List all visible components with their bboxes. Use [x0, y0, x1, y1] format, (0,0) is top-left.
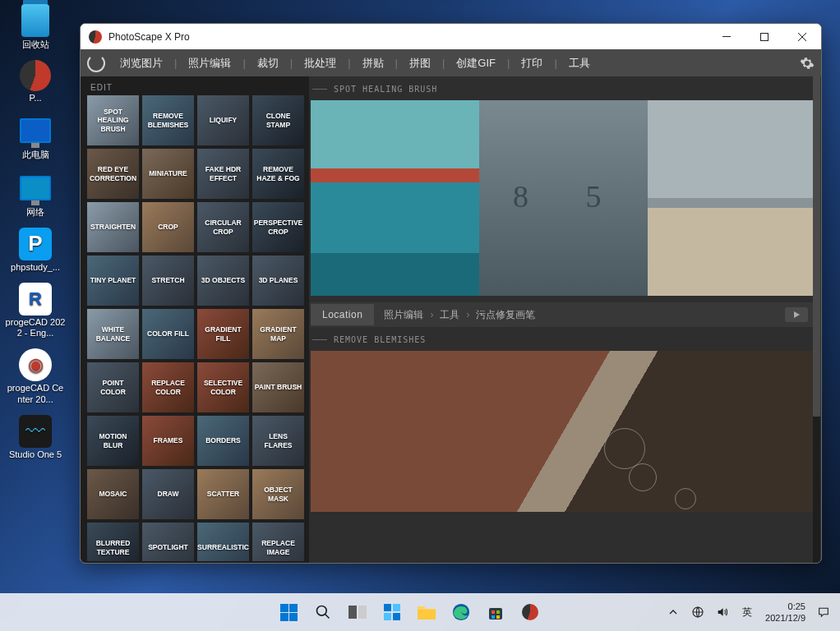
tool-tile-lens-flares[interactable]: LENS FLARES — [252, 416, 304, 466]
maximize-button[interactable] — [745, 24, 783, 49]
svg-point-2 — [317, 606, 327, 616]
tile-label: LIQUIFY — [208, 114, 239, 126]
play-button[interactable] — [785, 307, 808, 322]
crumb-1[interactable]: 照片编辑 — [384, 308, 423, 322]
tray-expand-icon[interactable] — [663, 596, 683, 629]
tile-label: 3D OBJECTS — [200, 274, 247, 286]
tile-label: MINIATURE — [147, 168, 189, 179]
tab-print[interactable]: 打印 — [518, 56, 546, 71]
tool-tile-perspective-crop[interactable]: PERSPECTIVE CROP — [252, 202, 304, 252]
desktop-icon-progecadcenter[interactable]: ◉progeCAD Center 20... — [5, 348, 66, 404]
close-button[interactable] — [783, 24, 821, 49]
toolbar-logo-icon[interactable] — [87, 54, 105, 72]
section-header-remove: REMOVE BLEMISHES — [312, 335, 816, 344]
tool-tile-selective-color[interactable]: SELECTIVE COLOR — [197, 362, 249, 412]
svg-rect-13 — [496, 610, 500, 614]
tool-tile-remove-haze-fog[interactable]: REMOVE HAZE & FOG — [252, 149, 304, 199]
tool-tile-remove-blemishes[interactable]: REMOVE BLEMISHES — [142, 95, 194, 145]
tool-tile-tiny-planet[interactable]: TINY PLANET — [87, 256, 139, 306]
start-button[interactable] — [272, 596, 305, 629]
tool-tile-object-mask[interactable]: OBJECT MASK — [252, 469, 304, 519]
desktop-icon-p[interactable]: P... — [5, 60, 66, 104]
tool-tile-paint-brush[interactable]: PAINT BRUSH — [252, 362, 304, 412]
svg-rect-4 — [358, 606, 367, 619]
settings-button[interactable] — [800, 56, 815, 71]
tab-collage[interactable]: 拼贴 — [359, 56, 387, 71]
volume-icon[interactable] — [713, 596, 732, 629]
tool-tile-gradient-fill[interactable]: GRADIENT FILL — [197, 309, 249, 359]
tool-tile-borders[interactable]: BORDERS — [197, 416, 249, 466]
tab-edit[interactable]: 照片编辑 — [185, 56, 234, 71]
tool-tile-3d-planes[interactable]: 3D PLANES — [252, 256, 304, 306]
tool-tile-mosaic[interactable]: MOSAIC — [87, 469, 139, 519]
taskview-button[interactable] — [341, 596, 374, 629]
preview-image-blemish[interactable] — [311, 351, 816, 512]
tool-tile-draw[interactable]: DRAW — [142, 469, 194, 519]
tool-tile-replace-color[interactable]: REPLACE COLOR — [142, 362, 194, 412]
tool-tile-3d-objects[interactable]: 3D OBJECTS — [197, 256, 249, 306]
tile-label: REMOVE BLEMISHES — [142, 110, 194, 130]
svg-rect-7 — [384, 613, 391, 620]
tile-label: 3D PLANES — [257, 274, 300, 286]
tool-tile-circular-crop[interactable]: CIRCULAR CROP — [197, 202, 249, 252]
tile-label: BLURRED TEXTURE — [87, 537, 139, 557]
edge-button[interactable] — [445, 596, 478, 629]
tool-tile-gradient-map[interactable]: GRADIENT MAP — [252, 309, 304, 359]
search-button[interactable] — [307, 596, 339, 629]
desktop-icon-recycle[interactable]: 回收站 — [5, 3, 66, 50]
tab-gif[interactable]: 创建GIF — [453, 56, 499, 71]
tab-cut[interactable]: 裁切 — [254, 56, 282, 71]
crumb-2[interactable]: 工具 — [440, 308, 459, 322]
ime-label[interactable]: 英 — [737, 596, 757, 629]
tab-tools[interactable]: 工具 — [565, 56, 593, 71]
tool-tile-replace-image[interactable]: REPLACE IMAGE — [252, 523, 304, 561]
tile-label: SURREALISTIC — [197, 541, 249, 553]
tool-tile-fake-hdr-effect[interactable]: FAKE HDR EFFECT — [197, 149, 249, 199]
tool-tile-clone-stamp[interactable]: CLONE STAMP — [252, 95, 304, 145]
minimize-button[interactable] — [708, 24, 745, 49]
tool-tile-motion-blur[interactable]: MOTION BLUR — [87, 416, 139, 466]
tools-grid: SPOT HEALING BRUSHREMOVE BLEMISHESLIQUIF… — [87, 95, 309, 561]
tool-tile-white-balance[interactable]: WHITE BALANCE — [87, 309, 139, 359]
tool-tile-blurred-texture[interactable]: BLURRED TEXTURE — [87, 523, 139, 561]
svg-rect-0 — [722, 36, 731, 37]
desktop-icon-network[interactable]: 网络 — [5, 171, 66, 218]
photoscape-taskbar-icon[interactable] — [514, 596, 547, 629]
titlebar[interactable]: PhotoScape X Pro — [81, 24, 821, 49]
vertical-scrollbar[interactable] — [813, 76, 820, 563]
tab-combine[interactable]: 拼图 — [406, 56, 434, 71]
tile-label: MOTION BLUR — [87, 431, 139, 450]
desktop-icon-progecad[interactable]: RprogeCAD 2022 - Eng... — [5, 283, 66, 339]
tab-batch[interactable]: 批处理 — [301, 56, 339, 71]
desktop-icon-phpstudy[interactable]: Pphpstudy_... — [5, 228, 66, 273]
preview-image-spot[interactable] — [311, 100, 816, 296]
tile-label: DRAW — [156, 488, 181, 500]
notifications-icon[interactable] — [814, 596, 833, 629]
widgets-button[interactable] — [376, 596, 408, 629]
tool-tile-miniature[interactable]: MINIATURE — [142, 149, 194, 199]
tool-tile-color-fill[interactable]: COLOR FILL — [142, 309, 194, 359]
tool-tile-crop[interactable]: CROP — [142, 202, 194, 252]
tile-label: CLONE STAMP — [252, 110, 304, 130]
edit-section-label: EDIT — [87, 80, 309, 95]
main-toolbar: 浏览图片| 照片编辑| 裁切| 批处理| 拼贴| 拼图| 创建GIF| 打印| … — [81, 49, 821, 76]
tool-tile-spotlight[interactable]: SPOTLIGHT — [142, 523, 194, 561]
clock[interactable]: 0:25 2021/12/9 — [762, 601, 809, 624]
tool-tile-point-color[interactable]: POINT COLOR — [87, 362, 139, 412]
desktop-icon-thispc[interactable]: 此电脑 — [5, 113, 66, 160]
tool-tile-surrealistic[interactable]: SURREALISTIC — [197, 523, 249, 561]
tool-tile-scatter[interactable]: SCATTER — [197, 469, 249, 519]
tab-browse[interactable]: 浏览图片 — [117, 56, 166, 71]
tool-tile-red-eye-correction[interactable]: RED EYE CORRECTION — [87, 149, 139, 199]
tile-label: COLOR FILL — [145, 328, 191, 339]
crumb-3[interactable]: 污点修复画笔 — [476, 308, 535, 322]
tool-tile-straighten[interactable]: STRAIGHTEN — [87, 202, 139, 252]
explorer-button[interactable] — [410, 596, 443, 629]
tool-tile-frames[interactable]: FRAMES — [142, 416, 194, 466]
network-icon[interactable] — [688, 596, 708, 629]
tool-tile-liquify[interactable]: LIQUIFY — [197, 95, 249, 145]
desktop-icon-studioone[interactable]: 〰Studio One 5 — [5, 415, 66, 460]
tool-tile-stretch[interactable]: STRETCH — [142, 256, 194, 306]
store-button[interactable] — [479, 596, 512, 629]
tool-tile-spot-healing-brush[interactable]: SPOT HEALING BRUSH — [87, 95, 139, 145]
